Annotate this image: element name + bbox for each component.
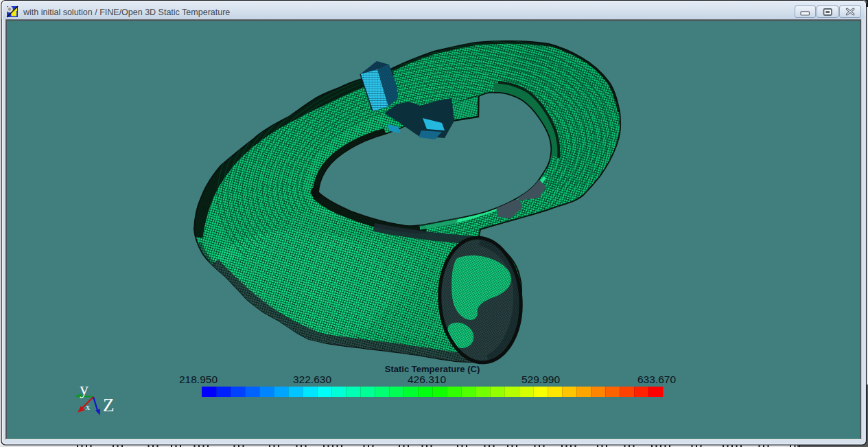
svg-text:Static Temperature (C): Static Temperature (C): [385, 364, 480, 374]
svg-text:218.950: 218.950: [179, 374, 218, 385]
svg-text:y: y: [80, 379, 89, 399]
svg-text:426.310: 426.310: [408, 374, 446, 385]
svg-text:Z: Z: [103, 395, 115, 415]
svg-text:x: x: [86, 402, 90, 412]
svg-text:with initial solution / FINE/O: with initial solution / FINE/Open 3D Sta…: [23, 8, 230, 17]
svg-text:633.670: 633.670: [637, 374, 676, 385]
svg-text:529.990: 529.990: [521, 374, 560, 385]
svg-text:322.630: 322.630: [293, 374, 331, 385]
